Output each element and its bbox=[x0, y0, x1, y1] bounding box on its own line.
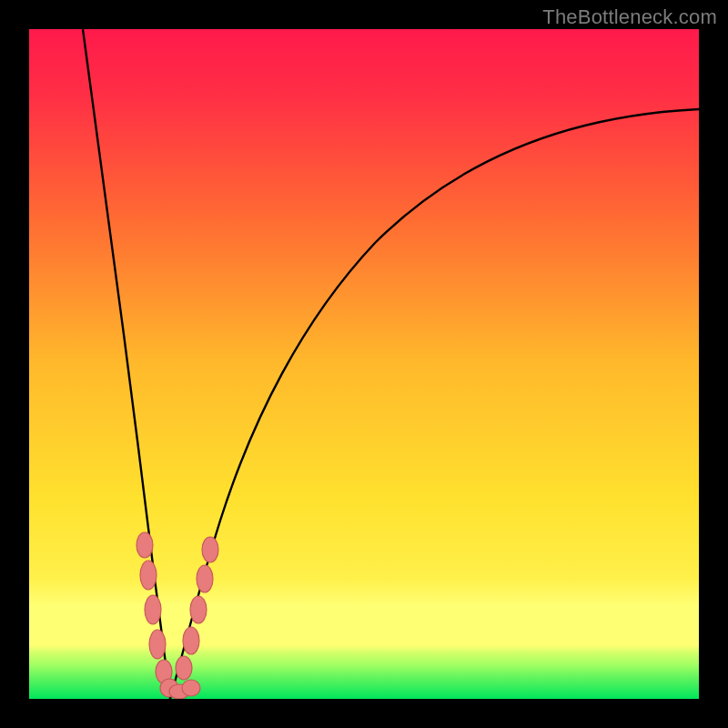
chart-frame: TheBottleneck.com bbox=[0, 0, 728, 728]
svg-point-4 bbox=[149, 630, 166, 659]
svg-point-8 bbox=[182, 680, 200, 696]
plot-area bbox=[29, 29, 699, 699]
svg-point-3 bbox=[145, 595, 161, 624]
svg-point-11 bbox=[190, 596, 207, 623]
curve-right-branch bbox=[170, 109, 699, 699]
svg-point-2 bbox=[140, 561, 157, 590]
svg-point-12 bbox=[197, 565, 213, 592]
watermark-text: TheBottleneck.com bbox=[542, 5, 717, 29]
svg-point-10 bbox=[183, 627, 199, 654]
svg-point-1 bbox=[136, 532, 153, 558]
bottleneck-curve bbox=[29, 29, 699, 699]
svg-point-13 bbox=[202, 537, 218, 562]
marker-cluster bbox=[136, 532, 218, 699]
svg-point-9 bbox=[176, 656, 192, 680]
